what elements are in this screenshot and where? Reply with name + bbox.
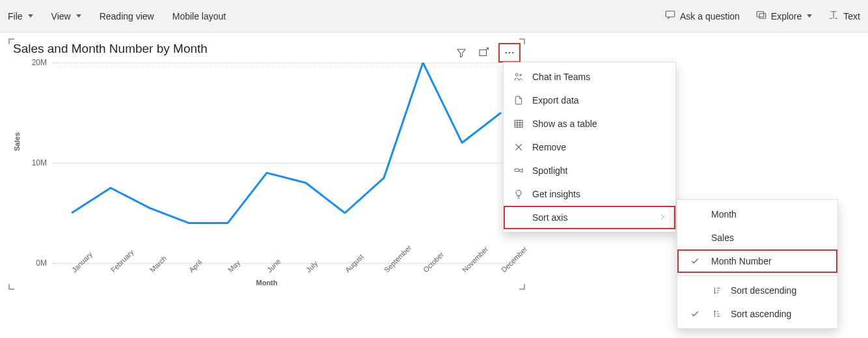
submenu-label: Sales bbox=[711, 232, 734, 243]
text-label: Text bbox=[843, 11, 860, 21]
y-axis-label: Sales bbox=[13, 132, 21, 151]
teams-icon bbox=[513, 72, 524, 82]
view-label: View bbox=[51, 11, 71, 21]
ask-question-label: Ask a question bbox=[680, 11, 740, 21]
svg-point-6 bbox=[512, 52, 514, 54]
sort-descending-icon bbox=[711, 286, 723, 295]
svg-rect-1 bbox=[757, 12, 764, 17]
context-menu: Chat in Teams Export data Show as a tabl… bbox=[503, 62, 676, 232]
menu-label: Spotlight bbox=[532, 165, 567, 176]
export-icon bbox=[513, 95, 524, 106]
explore-icon bbox=[755, 9, 767, 23]
reading-view-button[interactable]: Reading view bbox=[100, 11, 154, 21]
close-icon bbox=[513, 142, 524, 152]
svg-point-7 bbox=[515, 74, 518, 76]
menu-label: Show as a table bbox=[532, 119, 597, 129]
svg-rect-9 bbox=[515, 120, 522, 128]
file-menu[interactable]: File bbox=[8, 11, 33, 21]
chart-visual[interactable]: Sales and Month Number by Month Sales 0M… bbox=[9, 39, 524, 289]
menu-export-data[interactable]: Export data bbox=[504, 89, 675, 112]
table-icon bbox=[513, 119, 524, 129]
plot-area: 0M10M20MJanuaryFebruaryMarchAprilMayJune… bbox=[33, 63, 521, 263]
menu-divider bbox=[677, 275, 837, 276]
explore-label: Explore bbox=[771, 11, 802, 21]
svg-rect-0 bbox=[666, 11, 675, 17]
view-menu[interactable]: View bbox=[51, 11, 81, 21]
more-options-highlight bbox=[498, 43, 521, 63]
chevron-down-icon bbox=[807, 14, 812, 18]
menu-label: Get insights bbox=[532, 189, 580, 199]
menu-show-as-table[interactable]: Show as a table bbox=[504, 112, 675, 135]
submenu-label: Sort ascending bbox=[731, 309, 791, 319]
menu-label: Export data bbox=[532, 95, 579, 106]
menu-spotlight[interactable]: Spotlight bbox=[504, 159, 675, 182]
chevron-down-icon bbox=[76, 14, 81, 18]
svg-rect-10 bbox=[515, 169, 519, 171]
filter-icon[interactable] bbox=[454, 46, 468, 60]
svg-point-4 bbox=[505, 52, 507, 54]
submenu-sort-descending[interactable]: Sort descending bbox=[677, 279, 837, 302]
submenu-sales[interactable]: Sales bbox=[677, 226, 837, 249]
chevron-down-icon bbox=[28, 14, 33, 18]
submenu-month-number[interactable]: Month Number bbox=[677, 249, 837, 273]
focus-mode-icon[interactable] bbox=[476, 46, 491, 60]
menu-get-insights[interactable]: Get insights bbox=[504, 182, 675, 206]
file-label: File bbox=[8, 11, 23, 21]
more-options-icon[interactable] bbox=[502, 46, 517, 60]
resize-handle-tl[interactable] bbox=[8, 38, 20, 49]
check-icon bbox=[686, 309, 703, 318]
toolbar: File View Reading view Mobile layout Ask… bbox=[0, 0, 868, 33]
sort-ascending-icon bbox=[711, 309, 723, 318]
submenu-label: Sort descending bbox=[731, 285, 796, 296]
spotlight-icon bbox=[513, 165, 524, 176]
submenu-month[interactable]: Month bbox=[677, 203, 837, 226]
mobile-layout-label: Mobile layout bbox=[172, 11, 226, 21]
menu-chat-in-teams[interactable]: Chat in Teams bbox=[504, 65, 675, 89]
chevron-right-icon bbox=[658, 212, 666, 223]
text-icon bbox=[828, 9, 839, 23]
svg-rect-3 bbox=[480, 50, 487, 56]
menu-label: Remove bbox=[532, 142, 566, 152]
svg-point-5 bbox=[509, 52, 511, 54]
menu-label: Chat in Teams bbox=[532, 72, 590, 82]
lightbulb-icon bbox=[513, 189, 524, 199]
menu-label: Sort axis bbox=[532, 212, 567, 223]
text-button[interactable]: Text bbox=[828, 9, 860, 23]
submenu-label: Month bbox=[711, 209, 737, 219]
chart-title: Sales and Month Number by Month bbox=[9, 39, 524, 56]
chat-bubble-icon bbox=[664, 9, 676, 23]
menu-sort-axis[interactable]: Sort axis bbox=[504, 206, 675, 229]
reading-view-label: Reading view bbox=[100, 11, 154, 21]
x-axis-label: Month bbox=[9, 279, 524, 287]
svg-point-8 bbox=[520, 74, 522, 76]
sort-axis-submenu: Month Sales Month Number Sort descending… bbox=[677, 199, 838, 329]
explore-button[interactable]: Explore bbox=[755, 9, 812, 23]
check-icon bbox=[686, 257, 703, 266]
submenu-label: Month Number bbox=[711, 256, 772, 266]
submenu-sort-ascending[interactable]: Sort ascending bbox=[677, 302, 837, 326]
svg-rect-2 bbox=[759, 14, 766, 19]
mobile-layout-button[interactable]: Mobile layout bbox=[172, 11, 226, 21]
menu-remove[interactable]: Remove bbox=[504, 135, 675, 159]
ask-question-button[interactable]: Ask a question bbox=[664, 9, 740, 23]
